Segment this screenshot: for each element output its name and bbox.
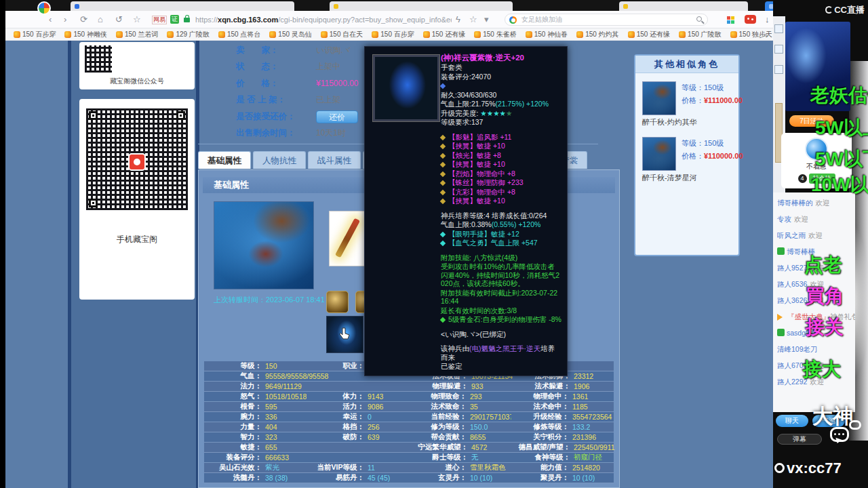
bookmark-label: 150 点将台	[227, 30, 260, 39]
stat-label: 怒气：	[204, 392, 265, 401]
bookmark-label: 150 广陵散	[688, 30, 721, 39]
stat-value: 9143	[368, 392, 409, 401]
bookmark-item[interactable]: 129 广陵散	[167, 30, 209, 39]
attribute-tab[interactable]: 人物抗性	[253, 151, 306, 169]
level-value: 150级	[704, 139, 724, 147]
tooltip-text: 神兵培养等级:4 培养成长值:0/264	[441, 211, 547, 220]
stats-cell: 等级： 150	[204, 361, 307, 371]
address-bar[interactable]: https://xqn.cbg.163.com/cgi-bin/equipque…	[195, 11, 452, 28]
danmu-toggle[interactable]: 弹幕	[777, 434, 822, 445]
chat-toolbar-button[interactable]: 聊天	[776, 415, 808, 427]
browser-toolbar: ‹ › ⟳ ⌂ ↺ ☆ 网易 证 https://xqn.cbg.163.com…	[5, 11, 868, 28]
bookmark-item[interactable]: 150 广陵散	[679, 30, 721, 39]
bookmark-item[interactable]: 150 神雕侠	[64, 30, 106, 39]
tooltip-line	[441, 339, 561, 344]
bookmark-item[interactable]: 150 自在天	[321, 30, 363, 39]
lightning-icon[interactable]: ϟ	[456, 11, 460, 28]
similar-character-item[interactable]: 等级：150级 价格：¥110000.00 醉千秋-清梦星河	[635, 129, 738, 184]
wechat-qr-code	[85, 45, 112, 73]
hand-cursor-icon	[339, 327, 350, 340]
search-input[interactable]: 女足姑娘加油	[505, 14, 708, 26]
stream-watermark: vx:cc77	[774, 460, 842, 477]
verified-badge: 证	[170, 15, 179, 24]
back-button[interactable]: ‹	[49, 11, 52, 28]
stats-cell: 格挡： 256	[307, 422, 409, 432]
tooltip-text: +120%	[524, 100, 549, 108]
undo-button[interactable]: ↺	[115, 11, 123, 28]
stats-row: 根骨： 595 活力： 9086 法术致命： 35 法术命中： 1185	[204, 402, 614, 412]
home-button[interactable]: ⌂	[98, 11, 103, 28]
bookmarks-overflow-icon[interactable]: »	[764, 28, 768, 41]
bookmark-item[interactable]: 150 灼灼其	[576, 30, 618, 39]
tooltip-text: 5级青金石:自身受到的物理伤害 -8%	[448, 315, 561, 323]
stats-cell: 修炼等级： 133.2	[511, 422, 614, 432]
download-icon[interactable]: ↓	[765, 11, 770, 28]
listing-value: ¥115000.00	[316, 79, 359, 88]
bookmark-item[interactable]: 150 还有缘	[423, 30, 465, 39]
stats-row: 腕力： 336 幸运： 0 当前经验： 29017571037 升级经验： 35…	[204, 412, 614, 422]
bookmark-item[interactable]: 150 点将台	[218, 30, 260, 39]
games-icon[interactable]	[745, 15, 756, 24]
stat-value: 404	[265, 423, 307, 431]
stat-label: 玄灵丹：	[409, 473, 470, 483]
item-orb-icon[interactable]	[326, 291, 349, 313]
tooltip-text: 延长有效时间的次数:3/8	[441, 306, 517, 314]
bookmark-item[interactable]: 150 神仙眷	[526, 30, 568, 39]
bargain-button[interactable]: 还价	[316, 110, 358, 123]
stream-caption-text: 5W以上	[815, 115, 868, 141]
weapon-item-icon[interactable]	[329, 211, 366, 266]
equipment-icon	[373, 55, 439, 121]
bookmark-item[interactable]: 150 百步穿	[372, 30, 414, 39]
tab-favicon	[334, 4, 338, 9]
stat-value: 29017571037	[470, 413, 511, 421]
tooltip-line: (神)祥云覆紫微·逆天+20	[441, 53, 561, 62]
equipment-tooltip: (神)祥云覆紫微·逆天+20 手套类 装备评分:24070 耐久:304/630…	[364, 46, 568, 376]
browser-tab[interactable]	[71, 1, 294, 11]
chat-username: 清峰109老刀	[777, 345, 818, 353]
stats-cell: 智力： 323	[204, 432, 307, 443]
bookmark-item[interactable]: 150 朱雀桥	[474, 30, 516, 39]
tooltip-line	[441, 325, 561, 329]
attribute-tab[interactable]: 基础属性	[198, 151, 251, 169]
similar-characters-title: 其他相似角色	[635, 56, 738, 73]
browser-logo-icon[interactable]	[37, 1, 51, 15]
tooltip-line: 【挟翼】敏捷 +10	[441, 197, 561, 205]
stats-row: 敏捷： 655 宁远繁华威望： 4572 德昌威望/声望： 225450/991…	[204, 443, 614, 453]
chat-username: 听风之雨	[777, 231, 806, 239]
tooltip-text: 【蛛丝】物理防御 +233	[448, 178, 524, 186]
tooltip-text: 升级完美度:	[441, 109, 480, 117]
tooltip-text: 【挟翼】敏捷 +10	[448, 197, 505, 205]
browser-tab[interactable]	[330, 1, 513, 11]
bookmark-item[interactable]: 150 兰若词	[116, 30, 158, 39]
listing-value: 10天1时	[316, 127, 346, 139]
stream-overlay-big-text: 大神	[812, 403, 853, 430]
character-portrait	[214, 201, 314, 289]
tooltip-text: (21.75%)	[496, 100, 525, 108]
stats-cell: 宁远繁华威望： 4572	[410, 443, 513, 453]
attribute-tab[interactable]: 战斗属性	[308, 151, 361, 169]
cc-live-overlay: CC直播 7日活动 不着急 4 社会娃 博哥棒棒的欢迎 专攻欢迎 听风之雨欢迎 …	[773, 0, 868, 488]
bookmark-item[interactable]: 150 百步穿	[14, 30, 56, 39]
tooltip-line: 5级青金石:自身受到的物理伤害 -8%	[441, 315, 561, 324]
character-avatar	[642, 137, 676, 171]
bookmark-item[interactable]: 150 灵岛仙	[269, 30, 311, 39]
wechat-qr-card: 藏宝阁微信公众号	[79, 42, 195, 89]
glove-item-icon[interactable]	[326, 316, 363, 353]
browser-tabstrip	[5, 0, 868, 11]
bookmark-star-icon[interactable]: ☆	[469, 11, 477, 28]
forward-button[interactable]: ›	[64, 11, 66, 28]
stat-label: 洗髓丹：	[204, 473, 265, 483]
similar-character-item[interactable]: 等级：150级 价格：¥111000.00 醉千秋-灼灼其华	[635, 73, 738, 129]
stat-label: 食神等级：	[513, 453, 574, 462]
refresh-button[interactable]: ⟳	[80, 11, 87, 28]
dropdown-caret-icon[interactable]: ▾	[484, 11, 489, 28]
favorite-star-button[interactable]: ☆	[133, 11, 141, 28]
search-icon[interactable]	[696, 16, 702, 22]
bookmark-label: 129 广陵散	[176, 30, 209, 39]
stats-cell: 法力： 9649/11129	[204, 382, 410, 392]
search-text: 女足姑娘加油	[521, 14, 562, 25]
bookmark-item[interactable]: 150 还有缘	[628, 30, 670, 39]
tooltip-line: 手套类	[441, 63, 561, 72]
browser-tab[interactable]	[619, 1, 748, 11]
apps-grid-icon[interactable]	[727, 16, 734, 24]
